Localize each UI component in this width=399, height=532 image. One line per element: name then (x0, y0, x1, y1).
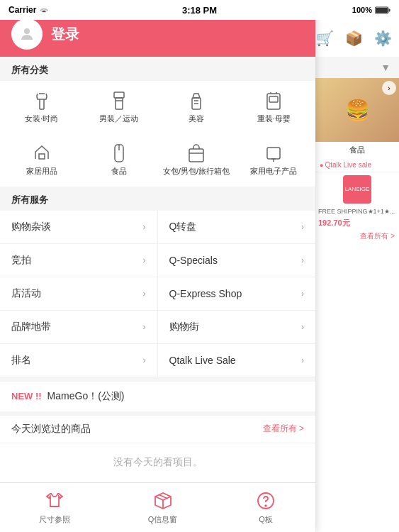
svg-line-22 (155, 497, 163, 500)
chevron-right-icon: › (301, 255, 304, 265)
package-icon[interactable]: 📦 (345, 30, 363, 47)
men-label: 男装／运动 (99, 113, 138, 123)
food-image: 🍔 › (315, 78, 399, 142)
categories-row1: 女装·时尚 男装／运动 美容 (0, 81, 315, 133)
today-empty-label: 没有今天的看项目。 (0, 443, 315, 482)
svg-point-27 (265, 505, 266, 506)
overlay-panel: 登录 所有分类 女装·时尚 男装／运动 (0, 0, 315, 532)
food-icon (108, 143, 130, 163)
beauty-label: 美容 (189, 113, 204, 123)
service-q-specials[interactable]: Q-Specials › (158, 244, 316, 277)
qtalk-banner: ● Qtalk Live sale (315, 158, 399, 172)
category-beauty[interactable]: 美容 (158, 87, 235, 128)
price-prefix: FREE SHIPPING★1+1★... (315, 206, 399, 216)
today-section: 今天浏览过的商品 查看所有 > 没有今天的看项目。 (0, 411, 315, 482)
chevron-right-icon: › (143, 322, 146, 332)
tab-size-ref[interactable]: 尺寸参照 (39, 490, 70, 525)
service-label: 排名 (11, 354, 31, 367)
svg-rect-4 (114, 92, 124, 98)
right-panel-bg: 🛒 📦 ⚙️ ▼ 🍔 › 食品 ● Qtalk Live sale LANEIG… (315, 20, 399, 532)
electronics-icon (262, 143, 285, 163)
chevron-down-icon[interactable]: ▼ (381, 62, 390, 73)
status-bar-time: 3:18 PM (182, 5, 217, 16)
view-all-right[interactable]: 查看所有 > (315, 230, 399, 243)
svg-rect-5 (116, 98, 123, 109)
category-bags[interactable]: 女包/男包/旅行箱包 (158, 139, 235, 180)
category-electronics[interactable]: 家用电子产品 (235, 139, 313, 180)
service-q-express[interactable]: Q-Express Shop › (158, 277, 316, 311)
battery-icon (375, 6, 390, 14)
svg-rect-1 (389, 9, 390, 11)
service-label: Q-Express Shop (169, 288, 242, 299)
status-bar: Carrier 3:18 PM 100% (0, 0, 399, 20)
bags-label: 女包/男包/旅行箱包 (163, 166, 230, 176)
food-label: 食品 (111, 166, 127, 176)
category-food[interactable]: 食品 (80, 139, 157, 180)
service-bid[interactable]: 竞拍 › (0, 244, 158, 277)
svg-point-3 (24, 28, 30, 34)
new-section[interactable]: NEW !! MameGo！(公测) (0, 377, 315, 411)
price-label: 192.70元 (315, 216, 399, 230)
category-men[interactable]: 男装／运动 (80, 87, 157, 128)
service-ranking[interactable]: 排名 › (0, 344, 158, 377)
new-item-label: MameGo！(公测) (47, 390, 125, 403)
men-icon (108, 91, 130, 111)
chevron-right-icon: › (301, 355, 304, 365)
bottom-tab-bar: 尺寸参照 Q信息窗 Q板 (0, 482, 315, 532)
tab-qinfo-label: Q信息窗 (148, 514, 178, 525)
avatar[interactable] (11, 18, 43, 50)
service-qtalk-live[interactable]: Qtalk Live Sale › (158, 344, 316, 377)
login-label[interactable]: 登录 (51, 25, 79, 44)
service-shopping-street[interactable]: 购物街 › (158, 311, 316, 344)
service-label: Q-Specials (169, 255, 218, 266)
categories-section-label: 所有分类 (0, 57, 315, 81)
wifi-icon (39, 6, 49, 13)
chevron-right-icon: › (143, 222, 146, 232)
category-heavy[interactable]: 重装·母婴 (235, 87, 313, 128)
view-all-button[interactable]: 查看所有 > (263, 423, 304, 435)
service-shopping-talk[interactable]: 购物杂谈 › (0, 211, 158, 244)
today-title: 今天浏览过的商品 (11, 423, 91, 436)
service-q-turntable[interactable]: Q转盘 › (158, 211, 316, 244)
chevron-right-icon: › (143, 255, 146, 265)
home-label: 家居用品 (26, 166, 57, 176)
food-card: 🍔 › 食品 ● Qtalk Live sale LANEIGE FREE SH… (315, 78, 399, 532)
battery-label: 100% (352, 6, 372, 14)
service-label: 品牌地带 (11, 321, 51, 333)
shirt-icon (44, 490, 65, 511)
svg-rect-13 (269, 96, 278, 102)
chevron-down-area: ▼ (315, 57, 399, 78)
heavy-icon (262, 91, 285, 111)
chevron-right-icon: › (143, 289, 146, 299)
tab-q-board[interactable]: Q板 (255, 490, 276, 525)
new-badge: NEW !! (11, 391, 42, 401)
electronics-label: 家用电子产品 (250, 166, 297, 176)
service-label: 竞拍 (11, 254, 31, 267)
tab-qboard-label: Q板 (259, 514, 273, 525)
beauty-icon (185, 91, 208, 111)
category-women[interactable]: 女装·时尚 (3, 87, 80, 128)
categories-row2: 家居用品 食品 女包/男包/旅行箱包 (0, 133, 315, 186)
tab-q-info[interactable]: Q信息窗 (148, 490, 178, 525)
service-brand-zone[interactable]: 品牌地带 › (0, 311, 158, 344)
box-icon (152, 490, 174, 511)
settings-icon[interactable]: ⚙️ (374, 30, 392, 47)
women-label: 女装·时尚 (25, 113, 58, 123)
svg-line-25 (159, 495, 167, 499)
service-label: Q转盘 (169, 221, 197, 233)
chevron-right-icon: › (143, 355, 146, 365)
cart-icon[interactable]: 🛒 (316, 30, 334, 47)
qtalk-label: Qtalk Live sale (325, 161, 371, 169)
svg-rect-14 (39, 154, 45, 159)
heavy-label: 重装·母婴 (257, 113, 291, 123)
services-section-label: 所有服务 (0, 187, 315, 211)
question-icon (255, 490, 276, 511)
services-grid: 购物杂谈 › Q转盘 › 竞拍 › Q-Specials › 店活动 › Q-E… (0, 211, 315, 377)
chevron-right-icon: › (301, 289, 304, 299)
category-home[interactable]: 家居用品 (3, 139, 80, 180)
bags-icon (185, 143, 208, 163)
tab-size-label: 尺寸参照 (39, 514, 70, 525)
service-store-activity[interactable]: 店活动 › (0, 277, 158, 311)
women-icon (30, 91, 53, 111)
svg-rect-2 (376, 8, 388, 13)
